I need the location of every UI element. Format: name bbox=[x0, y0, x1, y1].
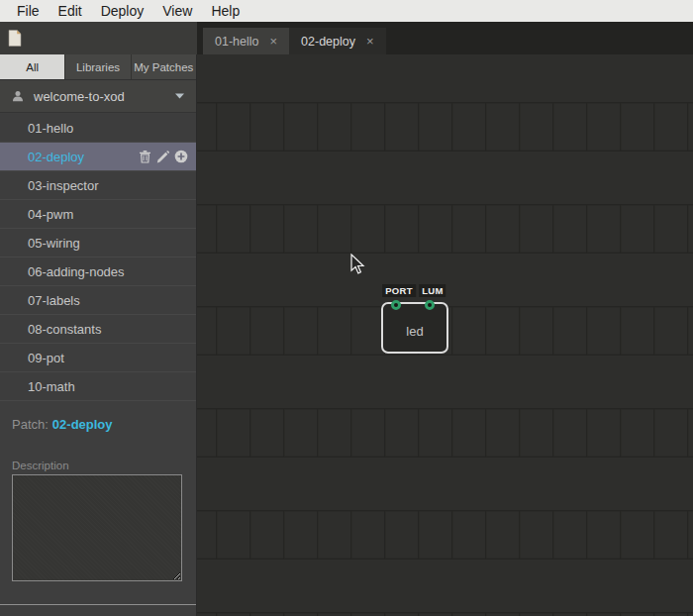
patch-item-label: 02-deploy bbox=[28, 150, 84, 164]
patch-item-08-constants[interactable]: 08-constants bbox=[0, 315, 196, 344]
patch-list: 01-hello 02-deploy bbox=[0, 114, 196, 401]
tab-label: 01-hello bbox=[215, 35, 258, 49]
tab-close-icon[interactable]: × bbox=[366, 35, 374, 48]
user-icon bbox=[12, 90, 24, 102]
pin-label-port: PORT bbox=[382, 284, 416, 297]
tab-my-patches[interactable]: My Patches bbox=[131, 54, 196, 79]
tab-02-deploy[interactable]: 02-deploy × bbox=[289, 28, 386, 54]
pin-port[interactable] bbox=[391, 300, 401, 310]
patch-item-02-deploy[interactable]: 02-deploy bbox=[0, 143, 196, 171]
patch-canvas[interactable]: PORT LUM led bbox=[197, 54, 693, 616]
add-icon[interactable] bbox=[174, 150, 188, 163]
menu-deploy[interactable]: Deploy bbox=[92, 3, 154, 19]
tab-all[interactable]: All bbox=[0, 54, 64, 79]
tab-libraries[interactable]: Libraries bbox=[64, 54, 130, 79]
mouse-cursor bbox=[350, 254, 365, 275]
edit-icon[interactable] bbox=[156, 151, 169, 163]
trash-icon[interactable] bbox=[139, 150, 151, 163]
description-label: Description bbox=[12, 460, 69, 471]
patch-item-07-labels[interactable]: 07-labels bbox=[0, 286, 196, 315]
menu-view[interactable]: View bbox=[153, 3, 202, 19]
patch-item-04-pwm[interactable]: 04-pwm bbox=[0, 200, 196, 229]
project-browser: All Libraries My Patches welcome-to-xod … bbox=[0, 54, 197, 616]
sidebar-divider bbox=[0, 604, 196, 605]
top-bar: 01-hello × 02-deploy × bbox=[0, 22, 693, 54]
node-led[interactable]: led bbox=[381, 302, 448, 354]
menu-edit[interactable]: Edit bbox=[50, 3, 92, 19]
editor-tab-bar: 01-hello × 02-deploy × bbox=[197, 22, 693, 54]
new-patch-icon[interactable] bbox=[8, 30, 22, 47]
patch-info-name[interactable]: 02-deploy bbox=[52, 417, 113, 432]
patch-item-10-math[interactable]: 10-math bbox=[0, 372, 196, 401]
tab-close-icon[interactable]: × bbox=[269, 35, 277, 48]
pin-label-lum: LUM bbox=[419, 284, 446, 297]
tab-01-hello[interactable]: 01-hello × bbox=[203, 28, 289, 54]
patch-row-actions bbox=[139, 150, 188, 163]
project-selector[interactable]: welcome-to-xod bbox=[0, 80, 196, 113]
patch-description-input[interactable] bbox=[12, 474, 182, 581]
patch-item-03-inspector[interactable]: 03-inspector bbox=[0, 171, 196, 200]
pin-lum[interactable] bbox=[425, 300, 435, 310]
chevron-down-icon[interactable] bbox=[175, 93, 184, 99]
project-name: welcome-to-xod bbox=[34, 89, 175, 104]
browser-filter-tabs: All Libraries My Patches bbox=[0, 54, 196, 80]
patch-item-09-pot[interactable]: 09-pot bbox=[0, 344, 196, 372]
menu-file[interactable]: File bbox=[8, 3, 50, 19]
patch-item-01-hello[interactable]: 01-hello bbox=[0, 114, 196, 143]
patch-info-label: Patch: bbox=[12, 417, 49, 432]
current-patch-info: Patch:02-deploy bbox=[12, 417, 113, 432]
patch-item-05-wiring[interactable]: 05-wiring bbox=[0, 229, 196, 257]
patch-item-06-adding-nodes[interactable]: 06-adding-nodes bbox=[0, 257, 196, 286]
menu-bar: File Edit Deploy View Help bbox=[0, 0, 693, 22]
tab-label: 02-deploy bbox=[301, 35, 355, 49]
menu-help[interactable]: Help bbox=[202, 3, 249, 19]
node-title: led bbox=[406, 324, 423, 339]
toolbar bbox=[0, 22, 197, 54]
